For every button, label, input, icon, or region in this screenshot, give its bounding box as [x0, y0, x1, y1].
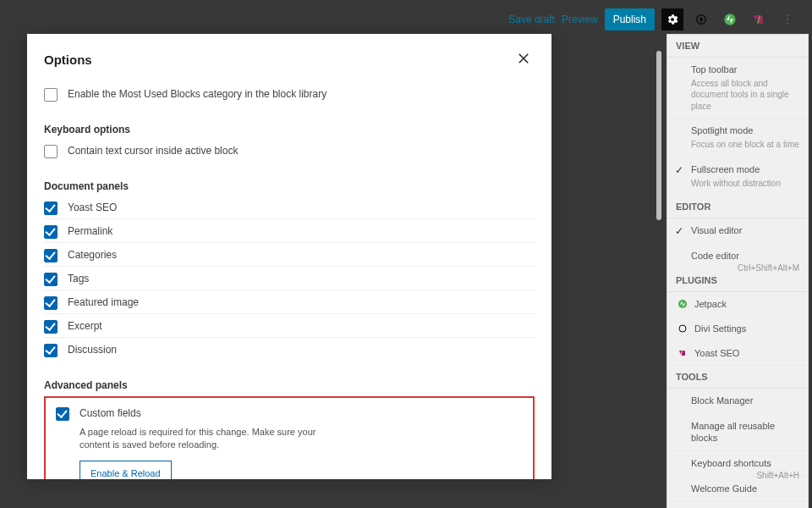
menu-item-code-editor[interactable]: Code editor Ctrl+Shift+Alt+M — [667, 244, 808, 269]
yoast-small-icon — [676, 346, 689, 360]
editor-more-menu: VIEW Top toolbar Access all block and do… — [667, 34, 809, 508]
svg-point-1 — [724, 14, 735, 25]
option-contain-cursor: Contain text cursor inside active block — [44, 139, 535, 162]
close-button[interactable] — [513, 47, 535, 72]
menu-item-plugin-divi[interactable]: Divi Settings — [667, 317, 808, 341]
modal-body: Enable the Most Used Blocks category in … — [27, 82, 551, 479]
custom-fields-note: A page reload is required for this chang… — [80, 426, 333, 452]
option-custom-fields: Custom fields — [56, 406, 523, 426]
checkbox-excerpt[interactable] — [44, 320, 58, 334]
close-icon — [516, 51, 531, 66]
checkbox-most-used-blocks[interactable] — [44, 88, 58, 102]
options-modal: Options Enable the Most Used Blocks cate… — [27, 34, 551, 479]
menu-section-editor: EDITOR — [667, 196, 808, 218]
divi-small-icon — [676, 322, 689, 335]
option-featured-image: Featured image — [44, 290, 535, 314]
option-tags: Tags — [44, 267, 535, 290]
menu-item-welcome-guide[interactable]: Welcome Guide — [667, 477, 808, 502]
svg-point-6 — [679, 325, 686, 332]
modal-title: Options — [44, 52, 92, 67]
option-discussion: Discussion — [44, 338, 535, 361]
section-keyboard-options: Keyboard options — [44, 124, 535, 135]
menu-item-plugin-yoast[interactable]: Yoast SEO — [667, 341, 808, 366]
menu-item-spotlight[interactable]: Spotlight mode Focus on one block at a t… — [667, 119, 808, 157]
option-yoast-seo: Yoast SEO — [44, 196, 535, 219]
svg-point-3 — [787, 19, 788, 20]
label-contain-cursor: Contain text cursor inside active block — [68, 144, 238, 158]
option-categories: Categories — [44, 243, 535, 267]
preview-link[interactable]: Preview — [562, 14, 598, 25]
checkbox-contain-cursor[interactable] — [44, 145, 58, 158]
page-scrollbar[interactable] — [656, 51, 661, 220]
menu-item-plugin-jetpack[interactable]: Jetpack — [667, 292, 808, 317]
menu-item-keyboard-shortcuts[interactable]: Keyboard shortcuts Shift+Alt+H — [667, 451, 808, 477]
checkbox-permalink[interactable] — [44, 225, 58, 239]
checkbox-tags[interactable] — [44, 273, 58, 286]
enable-reload-button[interactable]: Enable & Reload — [80, 461, 172, 479]
checkbox-featured-image[interactable] — [44, 296, 58, 310]
checkbox-discussion[interactable] — [44, 344, 58, 357]
checkbox-custom-fields[interactable] — [56, 407, 69, 421]
settings-gear-icon[interactable] — [661, 8, 683, 30]
option-excerpt: Excerpt — [44, 314, 535, 338]
svg-point-4 — [787, 22, 788, 24]
menu-section-tools: TOOLS — [667, 366, 808, 389]
save-draft-link[interactable]: Save draft — [508, 14, 555, 25]
checkbox-categories[interactable] — [44, 249, 58, 262]
option-permalink: Permalink — [44, 219, 535, 243]
svg-point-5 — [678, 300, 687, 308]
menu-item-visual-editor[interactable]: Visual editor — [667, 218, 808, 244]
custom-fields-highlight: Custom fields A page reload is required … — [44, 396, 535, 479]
menu-section-view: VIEW — [667, 35, 808, 58]
menu-item-block-manager[interactable]: Block Manager — [667, 389, 808, 414]
jetpack-icon[interactable] — [719, 8, 741, 30]
editor-top-toolbar: Save draft Preview Publish — [508, 8, 798, 30]
menu-item-copy-content[interactable]: Copy all content — [667, 502, 808, 508]
section-document-panels: Document panels — [44, 180, 535, 192]
menu-item-top-toolbar[interactable]: Top toolbar Access all block and documen… — [667, 58, 808, 119]
option-most-used-blocks: Enable the Most Used Blocks category in … — [44, 82, 535, 105]
modal-header: Options — [27, 34, 551, 82]
menu-item-fullscreen[interactable]: Fullscreen mode Work without distraction — [667, 157, 808, 196]
section-advanced-panels: Advanced panels — [44, 379, 535, 391]
publish-button[interactable]: Publish — [605, 8, 655, 30]
divi-icon[interactable] — [690, 8, 712, 30]
svg-point-2 — [787, 14, 788, 16]
more-menu-icon[interactable] — [776, 8, 798, 30]
checkbox-yoast-seo[interactable] — [44, 202, 58, 215]
yoast-icon[interactable] — [748, 8, 770, 30]
menu-item-reusable-blocks[interactable]: Manage all reusable blocks — [667, 414, 808, 452]
jetpack-small-icon — [676, 297, 689, 311]
label-most-used-blocks: Enable the Most Used Blocks category in … — [68, 87, 326, 102]
